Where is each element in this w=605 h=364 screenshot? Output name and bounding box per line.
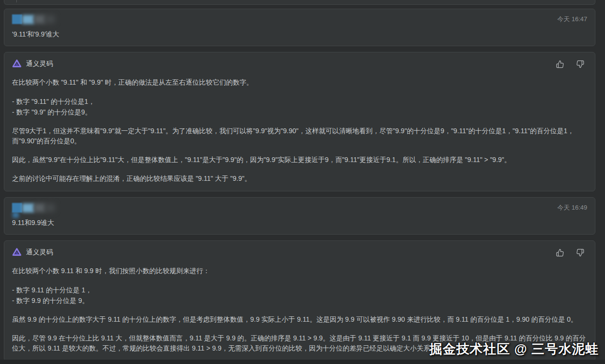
tongyi-lingma-logo-icon bbox=[12, 248, 22, 257]
avatar-block bbox=[34, 203, 45, 212]
watermark: 掘金技术社区 @ 三号水泥蛙 bbox=[429, 340, 599, 358]
avatar-block bbox=[22, 15, 34, 24]
avatar-block bbox=[12, 14, 22, 24]
previous-card-edge bbox=[4, 0, 595, 5]
user-message-card: 今天 16:49 9.11和9.9谁大 bbox=[4, 197, 595, 235]
thumb-down-button[interactable] bbox=[576, 249, 584, 257]
thumb-up-button[interactable] bbox=[556, 60, 564, 68]
previous-button-fragment bbox=[13, 0, 17, 2]
avatar-blur-smudge bbox=[13, 212, 19, 218]
assistant-paragraph: 因此，虽然"9.9"在十分位上比"9.11"大，但是整体数值上，"9.11"是大… bbox=[12, 155, 587, 165]
user-message-text: '9.11'和'9.9'谁大 bbox=[12, 30, 587, 39]
thumb-down-icon bbox=[576, 249, 584, 257]
user-avatar-blurred bbox=[12, 203, 55, 213]
assistant-name: 通义灵码 bbox=[26, 60, 53, 68]
bottom-edge bbox=[0, 360, 605, 364]
assistant-paragraph: 在比较两个小数 "9.11" 和 "9.9" 时，正确的做法是从左至右逐位比较它… bbox=[12, 77, 587, 88]
assistant-message-card: 通义灵码 在比较两个小数 "9.11" 和 "9.9" 时，正确的做法是从左至右… bbox=[4, 52, 595, 191]
assistant-list-item: - 数字 9.9 的十分位是 9。 bbox=[12, 295, 587, 306]
thumb-up-icon bbox=[556, 249, 564, 257]
message-timestamp: 今天 16:47 bbox=[557, 15, 587, 24]
avatar-block bbox=[12, 203, 22, 213]
assistant-list: - 数字 9.11 的十分位是 1， - 数字 9.9 的十分位是 9。 bbox=[12, 285, 587, 306]
user-message-card: 今天 16:47 '9.11'和'9.9'谁大 bbox=[4, 9, 595, 46]
assistant-list: - 数字 "9.11" 的十分位是1， - 数字 "9.9" 的十分位是9。 bbox=[12, 96, 587, 117]
avatar-block bbox=[34, 15, 45, 24]
user-avatar-blurred bbox=[12, 14, 55, 24]
thumb-up-button[interactable] bbox=[556, 249, 564, 257]
tongyi-lingma-logo-icon bbox=[12, 59, 22, 69]
message-timestamp: 今天 16:49 bbox=[557, 203, 587, 212]
assistant-paragraph: 尽管9大于1，但这并不意味着"9.9"就一定大于"9.11"。为了准确比较，我们… bbox=[12, 126, 587, 146]
assistant-paragraph: 虽然 9.9 的十分位上的数字大于 9.11 的十分位上的数字，但是考虑到整体数… bbox=[12, 314, 587, 325]
avatar-block bbox=[22, 203, 34, 213]
user-message-text: 9.11和9.9谁大 bbox=[12, 219, 587, 227]
thumb-up-icon bbox=[556, 60, 564, 68]
thumb-down-icon bbox=[576, 60, 584, 68]
assistant-paragraph: 之前的讨论中可能存在理解上的混淆，正确的比较结果应该是 "9.11" 大于 "9… bbox=[12, 174, 587, 184]
assistant-name: 通义灵码 bbox=[26, 248, 53, 257]
avatar-block bbox=[45, 204, 55, 212]
assistant-list-item: - 数字 9.11 的十分位是 1， bbox=[12, 285, 587, 295]
assistant-list-item: - 数字 "9.9" 的十分位是9。 bbox=[12, 107, 587, 117]
avatar-block bbox=[45, 15, 55, 23]
assistant-list-item: - 数字 "9.11" 的十分位是1， bbox=[12, 96, 587, 107]
assistant-paragraph: 在比较两个小数 9.11 和 9.9 时，我们按照小数的比较规则来进行： bbox=[12, 266, 587, 276]
thumb-down-button[interactable] bbox=[576, 60, 584, 68]
